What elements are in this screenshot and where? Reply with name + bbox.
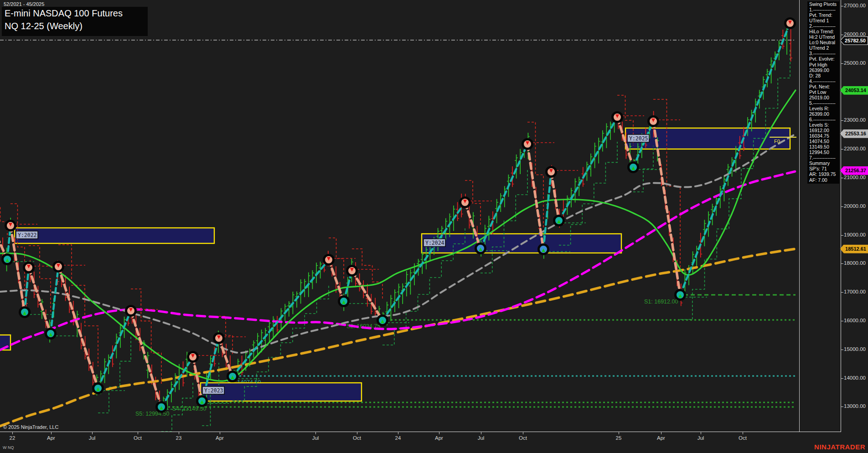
year-chip-label: Y:2024 [425, 240, 444, 246]
y-tick-mark [841, 263, 843, 264]
x-tick-label: Oct [348, 435, 366, 441]
pivot-panel-line: 1.-------------- [809, 7, 839, 12]
x-tick-mark [12, 432, 13, 434]
x-tick-label: 25 [610, 435, 628, 441]
swing-up-leg [161, 357, 193, 407]
price-marker-label: 24053.14 [840, 86, 868, 95]
pivot-panel-line: Lo:0 Neutral [809, 40, 839, 45]
year-box-y2023 [201, 383, 362, 401]
y-tick-mark [841, 35, 843, 35]
x-tick-mark [220, 432, 220, 434]
pivot-panel-line: Pvt. Next: [809, 84, 839, 89]
price-marker: 18512.61 [840, 245, 868, 253]
plot-right-border [799, 0, 800, 432]
pivot-panel-line: Pvt. Evolve: [809, 56, 839, 62]
price-marker-label: 21256.37 [840, 166, 868, 175]
y-tick-label: 18000.00 [844, 260, 866, 266]
x-tick-mark [619, 432, 619, 434]
x-tick-mark [92, 432, 93, 434]
x-tick-label: 22 [3, 435, 21, 441]
price-chart-canvas[interactable]: S1: 16912.00S2: 16034.75S3: 14074.50S4: … [0, 0, 868, 453]
x-tick-mark [701, 432, 701, 434]
pivot-panel-line: Pvt. Trend: [809, 12, 839, 18]
x-tick-mark [439, 432, 439, 434]
instrument-title: E-mini NASDAQ 100 Futures [5, 8, 123, 19]
y-tick-mark [841, 350, 843, 350]
y-tick-label: 22000.00 [844, 146, 866, 151]
price-marker: 22553.16 [840, 129, 868, 138]
pivot-panel-line: UTrend 1 [809, 18, 839, 23]
price-marker: 24053.14 [840, 86, 868, 95]
pivot-panel-line: 3.-------------- [809, 51, 839, 56]
pivot-panel-line: AF: 7.00 [809, 177, 839, 183]
pivot-panel-line: UTrend 2 [809, 45, 839, 51]
trail-step-down [58, 245, 98, 366]
y-tick-label: 17000.00 [844, 289, 866, 294]
y-tick-mark [841, 63, 843, 64]
swing-down-leg [58, 267, 98, 388]
x-tick-mark [138, 432, 138, 434]
y-tick-label: 19000.00 [844, 232, 866, 237]
y-tick-label: 27000.00 [844, 3, 866, 8]
chart-window: S1: 16912.00S2: 16034.75S3: 14074.50S4: … [0, 0, 868, 453]
pivot-panel-line: 13149.50 [809, 144, 839, 149]
pivot-panel-line: AR: 1939.75 [809, 171, 839, 177]
swing-down-leg [551, 172, 559, 221]
swing-down-leg [352, 271, 382, 320]
year-box-y2022 [15, 228, 214, 243]
y-tick-mark [841, 6, 843, 6]
x-tick-mark [398, 432, 398, 434]
swing-up-leg [98, 311, 131, 388]
y-tick-mark [841, 178, 843, 178]
pivot-panel-line: 26399.00 [809, 111, 839, 117]
fib-f0-label: F0 [774, 139, 780, 144]
y-tick-label: 14000.00 [844, 375, 866, 381]
x-tick-label: Jul [83, 435, 101, 441]
pivot-panel-line: 16034.75 [809, 133, 839, 139]
x-tick-label: 24 [389, 435, 407, 441]
price-axis-line[interactable] [841, 0, 841, 432]
pivot-panel-line: 5.-------------- [809, 100, 839, 106]
y-tick-mark [841, 378, 843, 379]
y-tick-mark [841, 149, 843, 149]
x-tick-label: Oct [514, 435, 532, 441]
price-marker-label: 25782.50 [841, 37, 868, 45]
x-tick-label: Oct [734, 435, 752, 441]
x-tick-label: Apr [211, 435, 229, 441]
y-tick-mark [841, 292, 843, 293]
swing-down-leg [329, 260, 344, 301]
pivot-panel-line: 12994.50 [809, 149, 839, 155]
pivot-panel-line: 26399.00 [809, 67, 839, 73]
pivot-panel-line: 4.-------------- [809, 78, 839, 84]
pivot-panel-line: HiLo Trend: [809, 29, 839, 34]
x-tick-label: Oct [129, 435, 147, 441]
x-tick-mark [315, 432, 316, 434]
y-tick-label: 13000.00 [844, 403, 866, 409]
pivot-panel-line: Hi:2 UTrend [809, 34, 839, 40]
x-tick-mark [179, 432, 179, 434]
pivot-panel-line: 7.-------------- [809, 155, 839, 160]
pivot-panel-line: 25019.00 [809, 95, 839, 100]
copyright-label: © 2025 NinjaTrader, LLC [3, 424, 58, 430]
year-chip-label: Y:2022 [18, 232, 37, 238]
pivot-panel-line: Levels S: [809, 122, 839, 128]
x-tick-label: Jul [692, 435, 710, 441]
swing-down-leg [193, 357, 202, 401]
x-tick-mark [743, 432, 743, 434]
pivot-panel-line: Summary [809, 160, 839, 166]
x-tick-label: Jul [472, 435, 490, 441]
instrument-tag: W NQ [3, 445, 14, 450]
y-tick-mark [841, 321, 843, 321]
y-tick-mark [841, 206, 843, 207]
x-tick-mark [661, 432, 661, 434]
chart-title-block: E-mini NASDAQ 100 Futures NQ 12-25 (Week… [2, 7, 148, 36]
trail-step-down [527, 122, 543, 227]
contract-subtitle: NQ 12-25 (Weekly) [5, 21, 83, 31]
support-label-s1: S1: 16912.00 [644, 299, 678, 305]
date-range-label: 52/2021 - 45/2025 [4, 1, 44, 7]
time-axis-line[interactable] [0, 432, 841, 432]
swing-down-leg [131, 311, 161, 407]
price-marker-label: 22553.16 [840, 129, 868, 138]
pivot-tails [12, 22, 796, 409]
pivot-panel-line: Pvt Low [809, 89, 839, 95]
